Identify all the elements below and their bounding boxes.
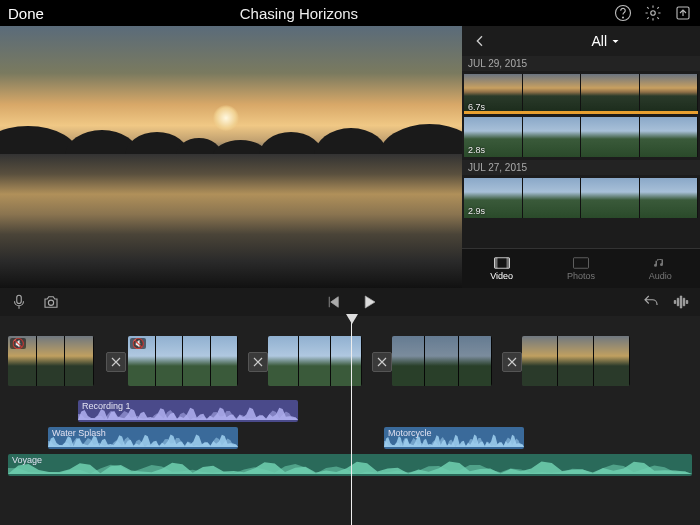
svg-point-1 xyxy=(623,17,624,18)
project-title: Chasing Horizons xyxy=(0,5,614,22)
video-clip[interactable] xyxy=(268,336,362,386)
timeline[interactable]: 🔇🔇 Recording 1 Water SplashMotorcycle Vo… xyxy=(0,316,700,525)
audio-clip[interactable]: Voyage xyxy=(8,454,692,476)
media-browser: All JUL 29, 20156.7s2.8sJUL 27, 20152.9s… xyxy=(462,26,700,288)
media-date-header: JUL 29, 2015 xyxy=(462,56,700,71)
tab-photos[interactable]: Photos xyxy=(541,249,620,288)
video-track[interactable]: 🔇🔇 xyxy=(0,334,700,392)
transition-button[interactable] xyxy=(106,352,126,372)
transition-button[interactable] xyxy=(502,352,522,372)
undo-button[interactable] xyxy=(642,293,660,311)
share-icon[interactable] xyxy=(674,4,692,22)
tab-audio-label: Audio xyxy=(649,271,672,281)
svg-point-9 xyxy=(48,300,53,305)
audio-track-3[interactable]: Voyage xyxy=(0,454,700,478)
camera-button[interactable] xyxy=(42,293,60,311)
play-button[interactable] xyxy=(360,293,378,311)
audio-waveform-button[interactable] xyxy=(672,293,690,311)
svg-point-2 xyxy=(651,11,656,16)
audio-track-2[interactable]: Water SplashMotorcycle xyxy=(0,427,700,451)
settings-icon[interactable] xyxy=(644,4,662,22)
mute-icon: 🔇 xyxy=(10,338,26,349)
playhead-marker[interactable] xyxy=(346,314,358,324)
svg-rect-8 xyxy=(17,295,22,303)
transition-button[interactable] xyxy=(372,352,392,372)
media-clip[interactable]: 6.7s xyxy=(464,74,698,114)
clip-duration: 2.9s xyxy=(468,206,485,216)
tab-audio[interactable]: Audio xyxy=(621,249,700,288)
back-button[interactable] xyxy=(472,33,488,49)
video-clip[interactable]: 🔇 xyxy=(128,336,238,386)
video-preview[interactable] xyxy=(0,26,462,288)
audio-clip[interactable]: Water Splash xyxy=(48,427,238,449)
tab-photos-label: Photos xyxy=(567,271,595,281)
audio-track-1[interactable]: Recording 1 xyxy=(0,400,700,424)
svg-rect-7 xyxy=(573,258,588,269)
tab-video-label: Video xyxy=(490,271,513,281)
audio-clip[interactable]: Recording 1 xyxy=(78,400,298,422)
tab-video[interactable]: Video xyxy=(462,249,541,288)
video-clip[interactable] xyxy=(522,336,630,386)
transition-button[interactable] xyxy=(248,352,268,372)
audio-clip-label: Recording 1 xyxy=(82,401,131,411)
audio-clip-label: Water Splash xyxy=(52,428,106,438)
audio-clip-label: Voyage xyxy=(12,455,42,465)
media-filter-label: All xyxy=(591,33,607,49)
audio-clip[interactable]: Motorcycle xyxy=(384,427,524,449)
media-clip[interactable]: 2.9s xyxy=(464,178,698,218)
media-clip[interactable]: 2.8s xyxy=(464,117,698,157)
audio-clip-label: Motorcycle xyxy=(388,428,432,438)
playhead-line xyxy=(351,316,352,525)
help-icon[interactable] xyxy=(614,4,632,22)
svg-rect-5 xyxy=(494,258,497,269)
media-date-header: JUL 27, 2015 xyxy=(462,160,700,175)
media-filter-dropdown[interactable]: All xyxy=(591,33,620,49)
voiceover-button[interactable] xyxy=(10,293,28,311)
svg-rect-6 xyxy=(506,258,509,269)
skip-start-button[interactable] xyxy=(324,293,342,311)
clip-duration: 2.8s xyxy=(468,145,485,155)
video-clip[interactable] xyxy=(392,336,492,386)
video-clip[interactable]: 🔇 xyxy=(8,336,94,386)
mute-icon: 🔇 xyxy=(130,338,146,349)
chevron-down-icon xyxy=(611,37,620,46)
